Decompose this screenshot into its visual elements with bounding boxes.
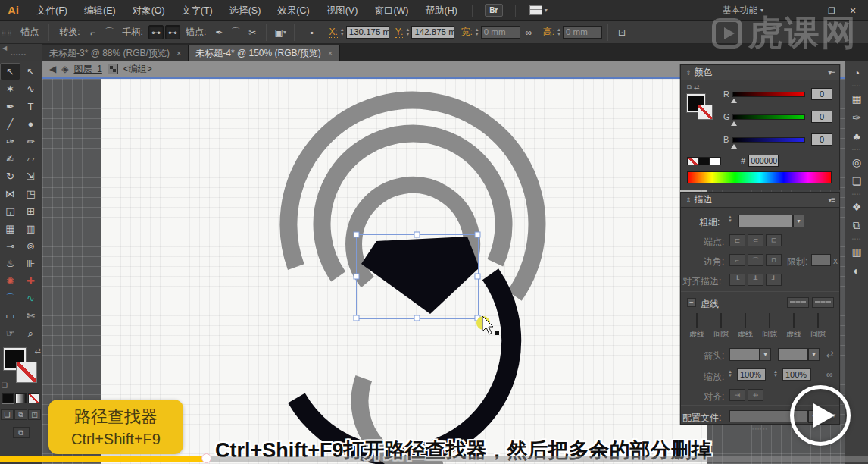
stroke-swatch[interactable] (16, 362, 37, 383)
blue-value-input[interactable]: 0 (811, 133, 832, 146)
pencil-tool[interactable]: ✏ (20, 133, 41, 150)
white-swatch[interactable] (710, 157, 721, 165)
arrowhead-start-select[interactable] (729, 348, 760, 361)
breadcrumb-layer[interactable]: 图层_1 (73, 63, 101, 76)
live-paint-bucket-tool[interactable]: ✺ (0, 272, 20, 290)
constrain-proportions-icon[interactable]: ∞ (521, 25, 536, 39)
lasso-tool[interactable]: ∿ (20, 80, 41, 98)
minimize-button[interactable]: ─ (800, 4, 821, 17)
back-arrow-icon[interactable]: ◀ (49, 64, 56, 74)
tab-untitled-3[interactable]: 未标题-3* @ 88% (RGB/预览) × (42, 45, 189, 61)
dash-input[interactable] (793, 313, 795, 328)
video-progress-bar[interactable] (0, 456, 868, 462)
align-inside-button[interactable]: ┸ (748, 274, 763, 286)
none-swatch[interactable] (687, 157, 698, 165)
scale-tool[interactable]: ⇲ (20, 168, 41, 185)
eyedropper-tool[interactable]: ⊸ (0, 237, 20, 255)
scale2-stepper[interactable]: ▲▼ (773, 370, 778, 378)
remove-anchor-button[interactable]: ⌒ (228, 25, 243, 39)
gradient-tool[interactable]: ▥ (20, 220, 41, 237)
shape-builder-tool[interactable]: ◱ (0, 202, 20, 220)
line-segment-tool[interactable]: ╱ (0, 115, 20, 133)
gradient2-panel-icon[interactable]: ▥ (845, 242, 868, 261)
bridge-button[interactable]: Br (485, 4, 503, 17)
pen-tool[interactable]: ✒ (0, 98, 20, 115)
add-anchor-button[interactable]: ✒ (211, 25, 226, 39)
align-arrow-tip-button[interactable]: ⇥ (729, 389, 745, 401)
width-tool[interactable]: ⋈ (0, 185, 20, 202)
none-button[interactable] (28, 393, 39, 403)
blue-slider[interactable] (732, 137, 805, 143)
scale2-input[interactable]: 100% (782, 368, 811, 381)
symbol-sprayer-tool[interactable]: ♨ (0, 255, 20, 272)
green-value-input[interactable]: 0 (811, 111, 832, 123)
free-transform-tool[interactable]: ◳ (20, 185, 41, 202)
butt-cap-button[interactable]: ⊏ (729, 234, 745, 246)
brushes-panel-icon[interactable]: ✑ (845, 108, 868, 127)
tools-panel-header[interactable]: ◀ ▪▪▪▪▪▪ (0, 44, 42, 61)
rotate-tool[interactable]: ↻ (0, 168, 20, 185)
black-swatch[interactable] (698, 157, 710, 165)
dash-input[interactable] (817, 313, 819, 328)
menu-object[interactable]: 对象(O) (124, 0, 173, 21)
menu-help[interactable]: 帮助(H) (417, 0, 466, 21)
hex-input[interactable]: 000000 (748, 155, 779, 167)
artwork-black-arc[interactable] (296, 274, 511, 456)
transform-again-icon[interactable]: ⊡ (614, 25, 629, 39)
artwork-diamond[interactable] (361, 237, 479, 314)
mini-swap-icons[interactable]: ⧉ ⇄ (687, 83, 699, 92)
gradient-panel-icon[interactable]: ◔ (845, 63, 868, 82)
blend-tool[interactable]: ⊚ (20, 237, 41, 255)
bevel-join-button[interactable]: ⊓ (766, 254, 782, 266)
dash-input[interactable] (696, 313, 698, 328)
swap-fill-stroke-icon[interactable]: ⇄ (35, 346, 41, 355)
arrowhead-end-select[interactable] (778, 348, 808, 361)
menu-window[interactable]: 窗口(W) (366, 0, 417, 21)
default-fill-stroke-icon[interactable]: ❏ (2, 381, 8, 389)
align-arrow-end-button[interactable]: ⇸ (748, 389, 763, 401)
artboards-panel-icon[interactable]: ⧉ (845, 216, 868, 235)
stroke-panel-header[interactable]: ⇕ 描边 ▾≡ (681, 193, 839, 208)
column-graph-tool[interactable]: ⊪ (20, 255, 41, 272)
arrowhead-end-caret[interactable]: ▾ (808, 348, 820, 361)
show-handles-button[interactable]: ⊶ (148, 25, 164, 39)
artboard-tool[interactable]: ▭ (0, 307, 20, 324)
draw-inside-button[interactable]: ◰ (28, 409, 41, 420)
stylize-dropdown-button[interactable]: ▣▾ (273, 25, 288, 39)
isolate-selection-icon[interactable]: —▪— (301, 25, 322, 39)
color-button[interactable] (2, 393, 14, 403)
width-stepper[interactable]: ▲▼ (475, 28, 479, 36)
menu-file[interactable]: 文件(F) (28, 0, 76, 21)
x-input[interactable]: 130.175 mm (346, 26, 389, 39)
align-center-button[interactable]: ┖ (729, 274, 745, 286)
menu-edit[interactable]: 编辑(E) (76, 0, 124, 21)
blob-brush-tool[interactable]: ✍ (0, 150, 20, 168)
projecting-cap-button[interactable]: ⊑ (766, 234, 782, 246)
magic-wand-tool[interactable]: ✶ (0, 80, 20, 98)
weight-input[interactable] (738, 215, 793, 227)
mesh-tool[interactable]: ▦ (0, 220, 20, 237)
color-stroke-swatch[interactable] (698, 105, 713, 120)
transparency-panel-icon[interactable]: ◐ (845, 261, 868, 280)
dash-input[interactable] (720, 313, 722, 328)
height-stepper[interactable]: ▲▼ (557, 28, 561, 36)
preserve-dash-button[interactable] (787, 297, 809, 308)
link-scale-icon[interactable]: ∞ (826, 369, 833, 380)
draw-behind-button[interactable]: ⧉ (14, 409, 27, 420)
tab-close-icon[interactable]: × (176, 49, 181, 58)
screen-mode-button[interactable]: ⧉ (13, 427, 30, 438)
y-input[interactable]: 142.875 mm (411, 26, 454, 39)
maximize-button[interactable]: ❐ (821, 4, 842, 17)
live-paint-selection-tool[interactable]: ✚ (20, 272, 41, 290)
scale1-input[interactable]: 100% (737, 368, 766, 381)
artboard[interactable] (101, 79, 707, 464)
shaper-tool[interactable]: ∿ (20, 290, 41, 307)
scale1-stepper[interactable]: ▲▼ (728, 370, 732, 378)
layout-switcher-button[interactable]: ▾ (529, 5, 548, 15)
eraser-tool[interactable]: ▱ (20, 150, 41, 168)
panel-menu-icon[interactable]: ▾≡ (828, 68, 835, 77)
menu-effect[interactable]: 效果(C) (269, 0, 317, 21)
cut-path-button[interactable]: ✂ (245, 25, 260, 39)
hide-handles-button[interactable]: ⊷ (165, 25, 180, 39)
miter-join-button[interactable]: ⌐ (729, 254, 745, 266)
